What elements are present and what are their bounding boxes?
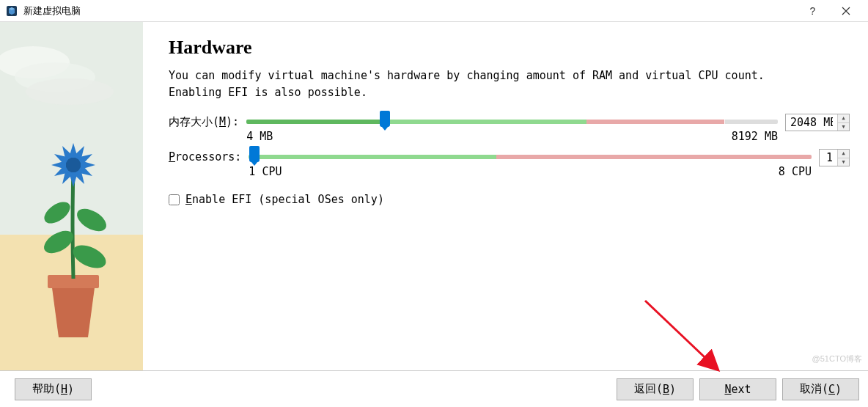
- memory-slider[interactable]: 4 MB 8192 MB: [246, 114, 778, 143]
- app-icon: [6, 5, 18, 17]
- processors-slider[interactable]: 1 CPU 8 CPU: [249, 149, 812, 178]
- page-heading: Hardware: [169, 37, 850, 59]
- processors-spin-up[interactable]: ▲: [838, 150, 849, 158]
- help-button-footer[interactable]: 帮助(H): [15, 378, 92, 400]
- back-button[interactable]: 返回(B): [617, 378, 694, 400]
- processors-input[interactable]: [820, 150, 837, 166]
- memory-spin-up[interactable]: ▲: [838, 114, 849, 123]
- memory-input[interactable]: [786, 114, 837, 131]
- processors-label: Processors:: [169, 149, 241, 164]
- memory-min-label: 4 MB: [246, 130, 273, 143]
- memory-label: 内存大小(M):: [169, 114, 239, 129]
- close-button[interactable]: [829, 0, 862, 22]
- wizard-illustration: [0, 22, 143, 370]
- memory-spinner[interactable]: ▲ ▼: [785, 114, 850, 131]
- processors-max-label: 8 CPU: [779, 165, 812, 178]
- memory-spin-down[interactable]: ▼: [838, 123, 849, 131]
- processors-min-label: 1 CPU: [249, 165, 282, 178]
- window-title: 新建虚拟电脑: [23, 4, 796, 18]
- next-button[interactable]: Next: [699, 378, 776, 400]
- efi-checkbox[interactable]: [169, 194, 180, 205]
- efi-label[interactable]: Enable EFI (special OSes only): [185, 193, 384, 206]
- svg-point-5: [26, 78, 114, 105]
- help-button[interactable]: ?: [796, 0, 829, 22]
- memory-max-label: 8192 MB: [732, 130, 778, 143]
- processors-spin-down[interactable]: ▼: [838, 158, 849, 166]
- page-description: You can modify virtual machine's hardwar…: [169, 67, 850, 100]
- watermark: @51CTO博客: [812, 353, 862, 364]
- processors-spinner[interactable]: ▲ ▼: [819, 149, 850, 166]
- cancel-button[interactable]: 取消(C): [782, 378, 859, 400]
